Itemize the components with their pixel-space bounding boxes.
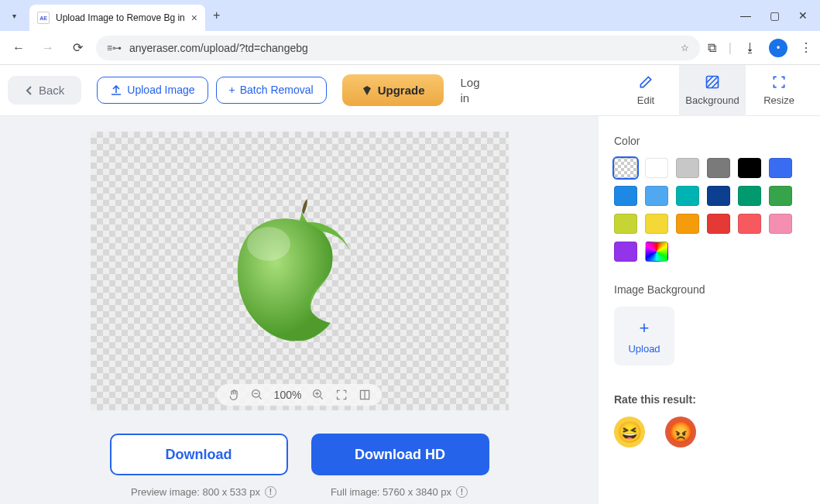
color-swatch[interactable]: [676, 214, 699, 234]
upload-image-label: Upload Image: [127, 84, 194, 97]
tab-close-icon[interactable]: ×: [191, 12, 197, 24]
nav-back-icon[interactable]: ←: [8, 37, 29, 59]
color-swatch[interactable]: [645, 158, 668, 178]
color-swatch[interactable]: [645, 186, 668, 206]
batch-removal-button[interactable]: + Batch Removal: [216, 77, 327, 104]
upload-bg-button[interactable]: + Upload: [614, 307, 674, 365]
window-minimize-icon[interactable]: —: [740, 9, 751, 22]
plus-icon: +: [229, 84, 235, 97]
url-bar[interactable]: ≡⊶ anyeraser.com/upload/?td=changebg ☆: [96, 36, 700, 60]
hand-tool-icon[interactable]: [228, 389, 240, 401]
color-swatch[interactable]: [769, 214, 792, 234]
color-section-label: Color: [614, 135, 805, 147]
color-swatch[interactable]: [707, 158, 730, 178]
window-close-icon[interactable]: ✕: [798, 9, 808, 22]
image-bg-section-label: Image Background: [614, 283, 805, 296]
plus-icon: +: [640, 318, 650, 338]
upgrade-label: Upgrade: [378, 84, 425, 97]
login-link[interactable]: Log in: [461, 75, 484, 105]
color-swatch[interactable]: [738, 158, 761, 178]
diamond-icon: [361, 84, 373, 97]
fullscreen-icon[interactable]: [335, 389, 348, 401]
color-swatch[interactable]: [738, 214, 761, 234]
profile-icon[interactable]: •: [769, 39, 787, 57]
color-swatch[interactable]: [676, 186, 699, 206]
full-meta: Full image: 5760 x 3840 px!: [331, 486, 468, 498]
batch-removal-label: Batch Removal: [240, 84, 314, 97]
info-icon[interactable]: !: [265, 486, 276, 498]
bookmark-star-icon[interactable]: ☆: [681, 43, 689, 53]
tab-resize-label: Resize: [763, 94, 794, 106]
preview-meta: Preview image: 800 x 533 px!: [131, 486, 276, 498]
browser-tab[interactable]: AE Upload Image to Remove Bg in ×: [29, 5, 205, 31]
download-hd-button[interactable]: Download HD: [311, 434, 489, 475]
rate-angry-emoji[interactable]: 😡: [665, 417, 696, 447]
nav-reload-icon[interactable]: ⟳: [67, 37, 88, 59]
image-preview[interactable]: [222, 197, 377, 345]
upload-bg-label: Upload: [628, 343, 660, 355]
info-icon[interactable]: !: [456, 486, 468, 498]
menu-dots-icon[interactable]: ⋮: [800, 40, 812, 55]
nav-forward-icon[interactable]: →: [37, 37, 59, 59]
canvas-checkerboard[interactable]: [91, 132, 509, 410]
color-swatch[interactable]: [707, 186, 730, 206]
downloads-icon[interactable]: ⭳: [744, 41, 757, 55]
svg-point-1: [247, 227, 290, 261]
url-text: anyeraser.com/upload/?td=changebg: [129, 42, 308, 54]
color-swatch[interactable]: [614, 186, 637, 206]
tab-resize[interactable]: Resize: [746, 65, 812, 116]
back-button[interactable]: Back: [8, 76, 81, 105]
tab-background[interactable]: Background: [679, 65, 746, 116]
zoom-toolbar: 100%: [217, 384, 383, 406]
color-swatch[interactable]: [769, 158, 792, 178]
download-button[interactable]: Download: [110, 434, 288, 475]
tab-edit-label: Edit: [637, 94, 654, 106]
tab-title: Upload Image to Remove Bg in: [56, 12, 185, 23]
upgrade-button[interactable]: Upgrade: [342, 74, 444, 106]
tab-edit[interactable]: Edit: [612, 65, 679, 116]
color-swatch[interactable]: [645, 214, 668, 234]
extensions-icon[interactable]: ⧉: [708, 41, 716, 55]
background-icon: [705, 74, 720, 90]
zoom-in-icon[interactable]: [312, 389, 324, 401]
edit-icon: [638, 74, 654, 90]
site-info-icon[interactable]: ≡⊶: [107, 43, 122, 53]
rate-label: Rate this result:: [614, 393, 805, 406]
resize-icon: [771, 74, 787, 90]
favicon-icon: AE: [37, 12, 50, 24]
tab-background-label: Background: [685, 94, 739, 106]
color-swatch[interactable]: [614, 158, 637, 178]
color-swatch[interactable]: [614, 214, 637, 234]
zoom-level-text: 100%: [274, 389, 302, 401]
rate-laugh-emoji[interactable]: 😆: [614, 417, 645, 447]
color-swatch[interactable]: [614, 242, 637, 262]
upload-image-button[interactable]: Upload Image: [97, 77, 208, 104]
compare-icon[interactable]: [359, 389, 371, 401]
color-swatch[interactable]: [707, 214, 730, 234]
new-tab-button[interactable]: +: [213, 9, 220, 22]
zoom-out-icon[interactable]: [251, 389, 263, 401]
window-maximize-icon[interactable]: ▢: [770, 9, 780, 22]
color-grid: [614, 158, 805, 262]
color-swatch[interactable]: [645, 242, 668, 262]
tab-list-dropdown[interactable]: ▾: [3, 5, 25, 26]
color-swatch[interactable]: [769, 186, 792, 206]
color-swatch[interactable]: [738, 186, 761, 206]
color-swatch[interactable]: [676, 158, 699, 178]
back-label: Back: [39, 84, 64, 97]
